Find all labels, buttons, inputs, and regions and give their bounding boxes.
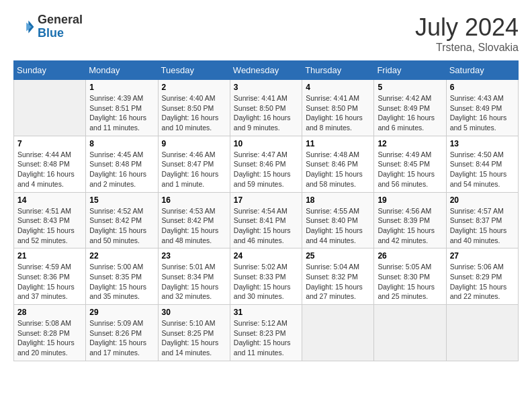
logo-blue: Blue	[38, 27, 83, 40]
calendar-day-cell: 21Sunrise: 4:59 AMSunset: 8:36 PMDayligh…	[14, 248, 86, 305]
calendar-day-cell	[302, 305, 374, 361]
calendar-day-cell: 1Sunrise: 4:39 AMSunset: 8:51 PMDaylight…	[86, 80, 158, 136]
calendar-day-cell: 8Sunrise: 4:45 AMSunset: 8:48 PMDaylight…	[86, 136, 158, 192]
day-info: Sunrise: 5:06 AMSunset: 8:29 PMDaylight:…	[450, 262, 515, 302]
day-number: 24	[234, 251, 298, 261]
day-number: 5	[378, 83, 442, 92]
day-info: Sunrise: 5:04 AMSunset: 8:32 PMDaylight:…	[306, 262, 370, 302]
calendar-day-cell: 3Sunrise: 4:41 AMSunset: 8:50 PMDaylight…	[230, 80, 302, 136]
day-number: 19	[378, 195, 442, 205]
day-number: 23	[162, 251, 226, 261]
calendar-day-cell: 9Sunrise: 4:46 AMSunset: 8:47 PMDaylight…	[158, 136, 230, 192]
day-info: Sunrise: 4:40 AMSunset: 8:50 PMDaylight:…	[162, 93, 226, 133]
day-number: 17	[234, 195, 298, 205]
day-number: 9	[162, 139, 226, 148]
day-number: 4	[306, 83, 370, 92]
day-info: Sunrise: 4:45 AMSunset: 8:48 PMDaylight:…	[89, 150, 154, 189]
day-info: Sunrise: 4:41 AMSunset: 8:50 PMDaylight:…	[306, 93, 370, 133]
day-number: 21	[17, 251, 82, 261]
day-info: Sunrise: 5:01 AMSunset: 8:34 PMDaylight:…	[162, 262, 226, 302]
day-number: 2	[162, 83, 226, 92]
day-info: Sunrise: 5:00 AMSunset: 8:35 PMDaylight:…	[89, 262, 154, 302]
day-number: 1	[89, 83, 154, 92]
calendar-day-cell: 27Sunrise: 5:06 AMSunset: 8:29 PMDayligh…	[446, 248, 518, 305]
logo-general: General	[38, 13, 83, 27]
calendar-day-cell: 23Sunrise: 5:01 AMSunset: 8:34 PMDayligh…	[158, 248, 230, 305]
day-number: 22	[89, 251, 154, 261]
day-number: 7	[17, 139, 82, 148]
day-number: 16	[162, 195, 226, 205]
day-number: 28	[17, 308, 82, 317]
calendar-week-row: 1Sunrise: 4:39 AMSunset: 8:51 PMDaylight…	[14, 80, 519, 136]
weekday-header-saturday: Saturday	[446, 61, 518, 80]
day-number: 27	[450, 251, 515, 261]
calendar-day-cell: 4Sunrise: 4:41 AMSunset: 8:50 PMDaylight…	[302, 80, 374, 136]
day-info: Sunrise: 4:44 AMSunset: 8:48 PMDaylight:…	[17, 150, 82, 189]
calendar-day-cell	[14, 80, 86, 136]
day-number: 26	[378, 251, 442, 261]
day-info: Sunrise: 4:54 AMSunset: 8:41 PMDaylight:…	[234, 206, 298, 246]
calendar-day-cell: 5Sunrise: 4:42 AMSunset: 8:49 PMDaylight…	[374, 80, 446, 136]
calendar-week-row: 28Sunrise: 5:08 AMSunset: 8:28 PMDayligh…	[14, 305, 519, 361]
weekday-header-friday: Friday	[374, 61, 446, 80]
logo: General Blue	[13, 13, 83, 40]
day-info: Sunrise: 4:55 AMSunset: 8:40 PMDaylight:…	[306, 206, 370, 246]
day-info: Sunrise: 4:57 AMSunset: 8:37 PMDaylight:…	[450, 206, 515, 246]
day-number: 15	[89, 195, 154, 205]
calendar-day-cell: 22Sunrise: 5:00 AMSunset: 8:35 PMDayligh…	[86, 248, 158, 305]
day-info: Sunrise: 4:39 AMSunset: 8:51 PMDaylight:…	[89, 93, 154, 133]
weekday-header-row: SundayMondayTuesdayWednesdayThursdayFrid…	[14, 61, 519, 80]
day-info: Sunrise: 5:02 AMSunset: 8:33 PMDaylight:…	[234, 262, 298, 302]
calendar-day-cell: 15Sunrise: 4:52 AMSunset: 8:42 PMDayligh…	[86, 192, 158, 248]
calendar-day-cell: 26Sunrise: 5:05 AMSunset: 8:30 PMDayligh…	[374, 248, 446, 305]
day-info: Sunrise: 4:51 AMSunset: 8:43 PMDaylight:…	[17, 206, 82, 246]
weekday-header-thursday: Thursday	[302, 61, 374, 80]
logo-text: General Blue	[38, 13, 83, 40]
calendar-day-cell: 20Sunrise: 4:57 AMSunset: 8:37 PMDayligh…	[446, 192, 518, 248]
calendar-day-cell: 2Sunrise: 4:40 AMSunset: 8:50 PMDaylight…	[158, 80, 230, 136]
weekday-header-wednesday: Wednesday	[230, 61, 302, 80]
day-number: 29	[89, 308, 154, 317]
day-number: 30	[162, 308, 226, 317]
calendar-day-cell: 24Sunrise: 5:02 AMSunset: 8:33 PMDayligh…	[230, 248, 302, 305]
calendar-day-cell: 29Sunrise: 5:09 AMSunset: 8:26 PMDayligh…	[86, 305, 158, 361]
day-number: 8	[89, 139, 154, 148]
day-info: Sunrise: 5:05 AMSunset: 8:30 PMDaylight:…	[378, 262, 442, 302]
calendar-day-cell: 11Sunrise: 4:48 AMSunset: 8:46 PMDayligh…	[302, 136, 374, 192]
day-info: Sunrise: 4:47 AMSunset: 8:46 PMDaylight:…	[234, 150, 298, 189]
day-info: Sunrise: 5:12 AMSunset: 8:23 PMDaylight:…	[234, 318, 298, 358]
day-info: Sunrise: 4:52 AMSunset: 8:42 PMDaylight:…	[89, 206, 154, 246]
day-info: Sunrise: 4:49 AMSunset: 8:45 PMDaylight:…	[378, 150, 442, 189]
calendar-day-cell: 6Sunrise: 4:43 AMSunset: 8:49 PMDaylight…	[446, 80, 518, 136]
calendar-day-cell: 31Sunrise: 5:12 AMSunset: 8:23 PMDayligh…	[230, 305, 302, 361]
day-number: 25	[306, 251, 370, 261]
day-info: Sunrise: 4:48 AMSunset: 8:46 PMDaylight:…	[306, 150, 370, 189]
day-info: Sunrise: 4:43 AMSunset: 8:49 PMDaylight:…	[450, 93, 515, 133]
day-info: Sunrise: 4:42 AMSunset: 8:49 PMDaylight:…	[378, 93, 442, 133]
calendar-day-cell: 30Sunrise: 5:10 AMSunset: 8:25 PMDayligh…	[158, 305, 230, 361]
calendar-day-cell: 18Sunrise: 4:55 AMSunset: 8:40 PMDayligh…	[302, 192, 374, 248]
day-info: Sunrise: 4:56 AMSunset: 8:39 PMDaylight:…	[378, 206, 442, 246]
weekday-header-sunday: Sunday	[14, 61, 86, 80]
calendar-day-cell: 19Sunrise: 4:56 AMSunset: 8:39 PMDayligh…	[374, 192, 446, 248]
day-number: 3	[234, 83, 298, 92]
calendar-day-cell: 25Sunrise: 5:04 AMSunset: 8:32 PMDayligh…	[302, 248, 374, 305]
day-info: Sunrise: 4:59 AMSunset: 8:36 PMDaylight:…	[17, 262, 82, 302]
day-number: 13	[450, 139, 515, 148]
calendar-day-cell	[374, 305, 446, 361]
day-info: Sunrise: 5:10 AMSunset: 8:25 PMDaylight:…	[162, 318, 226, 358]
month-year-title: July 2024	[415, 13, 519, 42]
calendar-day-cell	[446, 305, 518, 361]
day-number: 6	[450, 83, 515, 92]
day-info: Sunrise: 5:09 AMSunset: 8:26 PMDaylight:…	[89, 318, 154, 358]
calendar-day-cell: 17Sunrise: 4:54 AMSunset: 8:41 PMDayligh…	[230, 192, 302, 248]
calendar-day-cell: 28Sunrise: 5:08 AMSunset: 8:28 PMDayligh…	[14, 305, 86, 361]
page-header: General Blue July 2024 Trstena, Slovakia	[13, 13, 519, 54]
day-number: 20	[450, 195, 515, 205]
day-number: 31	[234, 308, 298, 317]
day-info: Sunrise: 4:53 AMSunset: 8:42 PMDaylight:…	[162, 206, 226, 246]
day-info: Sunrise: 5:08 AMSunset: 8:28 PMDaylight:…	[17, 318, 82, 358]
title-section: July 2024 Trstena, Slovakia	[415, 13, 519, 54]
calendar-day-cell: 10Sunrise: 4:47 AMSunset: 8:46 PMDayligh…	[230, 136, 302, 192]
calendar-day-cell: 16Sunrise: 4:53 AMSunset: 8:42 PMDayligh…	[158, 192, 230, 248]
